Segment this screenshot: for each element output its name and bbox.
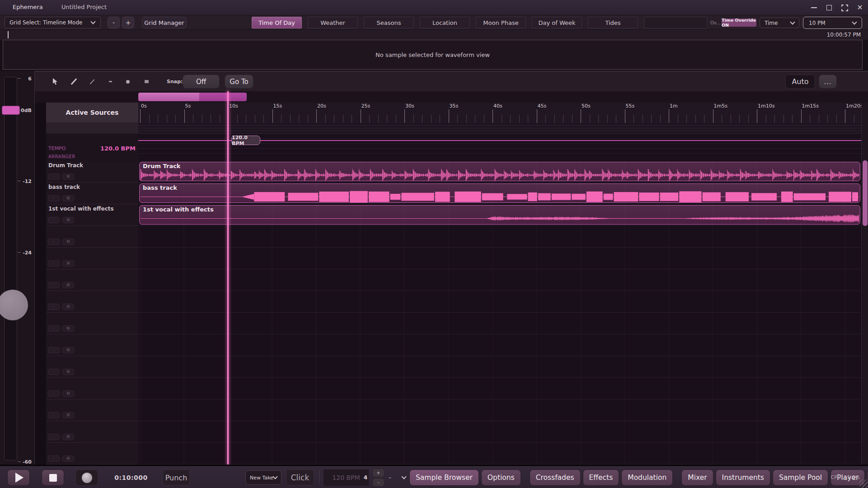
time-override-toggle[interactable]: Time Override ON <box>722 19 756 27</box>
goto-button[interactable]: Go To <box>225 75 253 89</box>
track-mute-button[interactable]: M <box>62 369 74 375</box>
track-header[interactable]: bass track·M <box>46 183 138 204</box>
panel-button-instruments[interactable]: Instruments <box>716 469 770 486</box>
tempo-lane[interactable]: 120.0 BPM <box>138 134 861 154</box>
empty-track-lane[interactable] <box>138 334 861 356</box>
stop-button[interactable] <box>42 469 64 486</box>
track-solo-button[interactable]: · <box>48 260 60 267</box>
empty-track-lane[interactable] <box>138 313 861 334</box>
track-solo-button[interactable]: · <box>48 282 60 288</box>
track-solo-button[interactable]: · <box>48 369 60 375</box>
track-solo-button[interactable]: · <box>48 390 60 397</box>
empty-track-header[interactable]: ·M <box>46 399 138 421</box>
beats-increment-button[interactable]: + <box>372 469 385 477</box>
track-mute-button[interactable]: M <box>62 282 74 288</box>
panel-button-mixer[interactable]: Mixer <box>681 469 713 486</box>
take-mode-dropdown[interactable]: New Take <box>245 470 282 485</box>
tab-empty[interactable] <box>644 17 707 28</box>
track-mute-button[interactable]: M <box>62 174 74 180</box>
fullscreen-button[interactable] <box>840 3 849 12</box>
track-lane[interactable]: bass track <box>138 183 861 204</box>
panel-button-options[interactable]: Options <box>481 469 521 486</box>
empty-track-header[interactable]: ·M <box>46 356 138 378</box>
zoom-in-button[interactable]: + <box>122 17 134 28</box>
tab-time-of-day[interactable]: Time Of Day <box>252 17 302 28</box>
track-lane[interactable]: Drum Track <box>138 161 861 183</box>
track-solo-button[interactable]: · <box>48 412 60 418</box>
track-solo-button[interactable]: · <box>48 304 60 310</box>
track-mute-button[interactable]: M <box>62 195 74 202</box>
track-solo-button[interactable]: · <box>48 174 60 180</box>
loop-region-bar[interactable] <box>138 93 247 101</box>
track-solo-button[interactable]: · <box>48 325 60 332</box>
audio-clip[interactable]: 1st vocal with effects <box>139 205 860 225</box>
panel-button-effects[interactable]: Effects <box>583 469 619 486</box>
tab-tides[interactable]: Tides <box>588 17 638 28</box>
audio-clip[interactable]: bass track <box>139 183 860 203</box>
vertical-scrollbar-thumb[interactable] <box>863 160 868 226</box>
snap-off-button[interactable]: Off <box>183 75 220 89</box>
track-solo-button[interactable]: · <box>48 455 60 462</box>
empty-track-lane[interactable] <box>138 399 861 421</box>
track-solo-button[interactable]: · <box>48 434 60 440</box>
track-solo-button[interactable]: · <box>48 347 60 353</box>
track-solo-button[interactable]: · <box>48 239 60 245</box>
track-solo-button[interactable]: · <box>48 217 60 223</box>
empty-track-header[interactable]: ·M <box>46 313 138 334</box>
punch-button[interactable]: Punch <box>163 469 190 486</box>
panel-button-sample-pool[interactable]: Sample Pool <box>773 469 828 486</box>
master-fader-handle[interactable] <box>2 106 20 115</box>
empty-track-header[interactable]: ·M <box>46 378 138 399</box>
time-of-day-dropdown[interactable]: 10 PM <box>803 17 862 29</box>
beats-decrement-button[interactable]: - <box>372 478 385 487</box>
empty-track-header[interactable]: ·M <box>46 443 138 465</box>
empty-track-lane[interactable] <box>138 421 861 443</box>
empty-track-lane[interactable] <box>138 443 861 465</box>
panel-button-modulation[interactable]: Modulation <box>621 469 673 486</box>
close-button[interactable]: ✕ <box>855 3 864 12</box>
playhead[interactable] <box>227 91 229 465</box>
beat-division-dropdown[interactable]: – <box>389 472 406 483</box>
track-header[interactable]: 1st vocal with effects·M <box>46 204 138 226</box>
minimize-button[interactable] <box>809 3 818 12</box>
track-mute-button[interactable]: M <box>62 434 74 440</box>
empty-track-lane[interactable] <box>138 378 861 399</box>
track-header[interactable]: Drum Track·M <box>46 161 138 183</box>
more-options-button[interactable]: ... <box>819 75 837 89</box>
square-tool-button[interactable] <box>140 71 153 92</box>
panel-button-crossfades[interactable]: Crossfades <box>530 469 581 486</box>
tempo-marker-badge[interactable]: 120.0 BPM <box>231 136 260 145</box>
track-mute-button[interactable]: M <box>62 412 74 418</box>
track-mute-button[interactable]: M <box>62 260 74 267</box>
click-button[interactable]: Click <box>286 469 314 486</box>
master-fader-track[interactable] <box>4 77 17 460</box>
tab-weather[interactable]: Weather <box>308 17 358 28</box>
tab-moon-phase[interactable]: Moon Phase <box>476 17 526 28</box>
dot-tool-button[interactable] <box>121 71 135 92</box>
override-mode-dropdown[interactable]: Time <box>760 18 799 28</box>
dash-tool-button[interactable] <box>103 71 117 92</box>
scroll-knob[interactable] <box>0 290 28 320</box>
tab-location[interactable]: Location <box>420 17 470 28</box>
empty-track-header[interactable]: ·M <box>46 421 138 443</box>
play-button[interactable] <box>7 469 30 486</box>
timeline-ruler[interactable]: 0s5s10s15s20s25s30s35s40s45s50s55s1m1m5s… <box>138 103 861 123</box>
track-mute-button[interactable]: M <box>62 455 74 462</box>
track-mute-button[interactable]: M <box>62 347 74 353</box>
empty-track-header[interactable]: ·M <box>46 248 138 269</box>
line-tool-button[interactable] <box>85 71 99 92</box>
empty-track-lane[interactable] <box>138 269 861 291</box>
empty-track-lane[interactable] <box>138 356 861 378</box>
empty-track-lane[interactable] <box>138 291 861 313</box>
auto-button[interactable]: Auto <box>785 75 815 89</box>
empty-track-header[interactable]: ·M <box>46 334 138 356</box>
panel-button-sample-browser[interactable]: Sample Browser <box>409 469 479 486</box>
track-mute-button[interactable]: M <box>62 217 74 223</box>
empty-track-header[interactable]: ·M <box>46 226 138 248</box>
zoom-out-button[interactable]: - <box>108 17 120 28</box>
grid-select-dropdown[interactable]: Grid Select: Timeline Mode <box>5 17 101 28</box>
vertical-scrollbar[interactable] <box>861 103 868 466</box>
empty-track-header[interactable]: ·M <box>46 291 138 313</box>
maximize-button[interactable] <box>825 3 834 12</box>
draw-tool-button[interactable] <box>67 71 80 92</box>
